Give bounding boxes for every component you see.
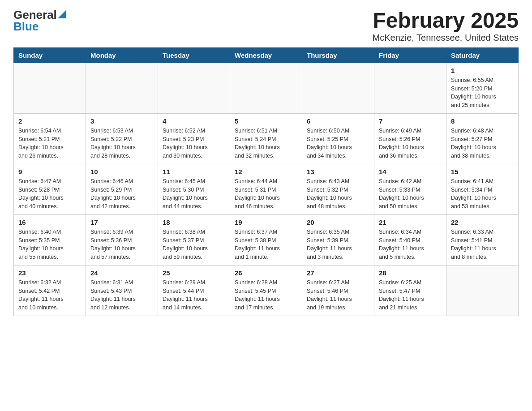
calendar-day: 27Sunrise: 6:27 AMSunset: 5:46 PMDayligh… (302, 265, 374, 316)
calendar-day (158, 63, 230, 113)
day-info: Sunrise: 6:47 AMSunset: 5:28 PMDaylight:… (18, 177, 81, 211)
day-number: 21 (379, 218, 442, 226)
calendar-day: 13Sunrise: 6:43 AMSunset: 5:32 PMDayligh… (302, 164, 374, 214)
day-info: Sunrise: 6:27 AMSunset: 5:46 PMDaylight:… (307, 278, 369, 312)
weekday-header-saturday: Saturday (446, 47, 519, 63)
weekday-header-friday: Friday (374, 47, 446, 63)
day-number: 17 (90, 218, 153, 226)
calendar-day: 20Sunrise: 6:35 AMSunset: 5:39 PMDayligh… (302, 214, 374, 265)
day-info: Sunrise: 6:25 AMSunset: 5:47 PMDaylight:… (379, 278, 442, 312)
day-info: Sunrise: 6:33 AMSunset: 5:41 PMDaylight:… (451, 228, 514, 261)
weekday-header-row: SundayMondayTuesdayWednesdayThursdayFrid… (14, 47, 519, 63)
day-number: 3 (90, 117, 153, 125)
day-number: 26 (235, 269, 297, 277)
calendar-day: 8Sunrise: 6:48 AMSunset: 5:27 PMDaylight… (446, 113, 519, 164)
day-number: 8 (451, 117, 514, 125)
calendar-day: 26Sunrise: 6:28 AMSunset: 5:45 PMDayligh… (230, 265, 302, 316)
calendar-day (302, 63, 374, 113)
logo-triangle-icon (58, 10, 66, 18)
day-info: Sunrise: 6:42 AMSunset: 5:33 PMDaylight:… (379, 177, 442, 211)
calendar-day: 23Sunrise: 6:32 AMSunset: 5:42 PMDayligh… (14, 265, 86, 316)
day-number: 20 (307, 218, 369, 226)
calendar-day: 2Sunrise: 6:54 AMSunset: 5:21 PMDaylight… (14, 113, 86, 164)
day-info: Sunrise: 6:55 AMSunset: 5:20 PMDaylight:… (451, 76, 514, 110)
calendar-day: 1Sunrise: 6:55 AMSunset: 5:20 PMDaylight… (446, 63, 519, 113)
calendar-day: 12Sunrise: 6:44 AMSunset: 5:31 PMDayligh… (230, 164, 302, 214)
day-info: Sunrise: 6:43 AMSunset: 5:32 PMDaylight:… (307, 177, 369, 211)
calendar-day: 24Sunrise: 6:31 AMSunset: 5:43 PMDayligh… (86, 265, 158, 316)
day-info: Sunrise: 6:49 AMSunset: 5:26 PMDaylight:… (379, 127, 442, 160)
calendar-day (446, 265, 519, 316)
day-number: 16 (18, 218, 81, 226)
calendar-day: 14Sunrise: 6:42 AMSunset: 5:33 PMDayligh… (374, 164, 446, 214)
weekday-header-monday: Monday (86, 47, 158, 63)
weekday-header-wednesday: Wednesday (230, 47, 302, 63)
day-number: 12 (235, 168, 297, 176)
calendar-day: 7Sunrise: 6:49 AMSunset: 5:26 PMDaylight… (374, 113, 446, 164)
day-number: 15 (451, 168, 514, 176)
calendar-day: 25Sunrise: 6:29 AMSunset: 5:44 PMDayligh… (158, 265, 230, 316)
calendar-day: 17Sunrise: 6:39 AMSunset: 5:36 PMDayligh… (86, 214, 158, 265)
day-info: Sunrise: 6:35 AMSunset: 5:39 PMDaylight:… (307, 228, 369, 261)
day-number: 10 (90, 168, 153, 176)
calendar-week-3: 9Sunrise: 6:47 AMSunset: 5:28 PMDaylight… (14, 164, 519, 214)
day-number: 11 (163, 168, 225, 176)
day-number: 1 (451, 67, 514, 74)
day-number: 23 (18, 269, 81, 277)
day-info: Sunrise: 6:32 AMSunset: 5:42 PMDaylight:… (18, 278, 81, 312)
weekday-header-thursday: Thursday (302, 47, 374, 63)
svg-marker-0 (58, 10, 66, 18)
calendar-day: 19Sunrise: 6:37 AMSunset: 5:38 PMDayligh… (230, 214, 302, 265)
day-info: Sunrise: 6:44 AMSunset: 5:31 PMDaylight:… (235, 177, 297, 211)
calendar-week-5: 23Sunrise: 6:32 AMSunset: 5:42 PMDayligh… (14, 265, 519, 316)
day-info: Sunrise: 6:51 AMSunset: 5:24 PMDaylight:… (235, 127, 297, 160)
day-info: Sunrise: 6:34 AMSunset: 5:40 PMDaylight:… (379, 228, 442, 261)
day-number: 28 (379, 269, 442, 277)
calendar-title: February 2025 (373, 9, 519, 33)
weekday-header-tuesday: Tuesday (158, 47, 230, 63)
logo-general: General (13, 9, 57, 21)
day-number: 2 (18, 117, 81, 125)
calendar-day: 22Sunrise: 6:33 AMSunset: 5:41 PMDayligh… (446, 214, 519, 265)
calendar-day: 28Sunrise: 6:25 AMSunset: 5:47 PMDayligh… (374, 265, 446, 316)
calendar-day (230, 63, 302, 113)
calendar-location: McKenzie, Tennessee, United States (373, 33, 519, 43)
day-number: 24 (90, 269, 153, 277)
calendar-day: 6Sunrise: 6:50 AMSunset: 5:25 PMDaylight… (302, 113, 374, 164)
day-info: Sunrise: 6:29 AMSunset: 5:44 PMDaylight:… (163, 278, 225, 312)
day-number: 6 (307, 117, 369, 125)
calendar-day (86, 63, 158, 113)
day-info: Sunrise: 6:31 AMSunset: 5:43 PMDaylight:… (90, 278, 153, 312)
calendar-day (14, 63, 86, 113)
weekday-header-sunday: Sunday (14, 47, 86, 63)
calendar-day: 9Sunrise: 6:47 AMSunset: 5:28 PMDaylight… (14, 164, 86, 214)
day-number: 19 (235, 218, 297, 226)
day-info: Sunrise: 6:28 AMSunset: 5:45 PMDaylight:… (235, 278, 297, 312)
calendar-day: 15Sunrise: 6:41 AMSunset: 5:34 PMDayligh… (446, 164, 519, 214)
day-info: Sunrise: 6:50 AMSunset: 5:25 PMDaylight:… (307, 127, 369, 160)
day-info: Sunrise: 6:46 AMSunset: 5:29 PMDaylight:… (90, 177, 153, 211)
calendar-table: SundayMondayTuesdayWednesdayThursdayFrid… (13, 47, 519, 316)
day-info: Sunrise: 6:41 AMSunset: 5:34 PMDaylight:… (451, 177, 514, 211)
day-number: 14 (379, 168, 442, 176)
calendar-day: 21Sunrise: 6:34 AMSunset: 5:40 PMDayligh… (374, 214, 446, 265)
day-number: 5 (235, 117, 297, 125)
day-number: 7 (379, 117, 442, 125)
page-header: General Blue February 2025 McKenzie, Ten… (13, 9, 519, 43)
calendar-day: 11Sunrise: 6:45 AMSunset: 5:30 PMDayligh… (158, 164, 230, 214)
calendar-header: SundayMondayTuesdayWednesdayThursdayFrid… (14, 47, 519, 63)
calendar-day: 18Sunrise: 6:38 AMSunset: 5:37 PMDayligh… (158, 214, 230, 265)
title-section: February 2025 McKenzie, Tennessee, Unite… (373, 9, 519, 43)
day-info: Sunrise: 6:39 AMSunset: 5:36 PMDaylight:… (90, 228, 153, 261)
day-number: 25 (163, 269, 225, 277)
day-info: Sunrise: 6:52 AMSunset: 5:23 PMDaylight:… (163, 127, 225, 160)
calendar-week-2: 2Sunrise: 6:54 AMSunset: 5:21 PMDaylight… (14, 113, 519, 164)
day-number: 18 (163, 218, 225, 226)
day-info: Sunrise: 6:38 AMSunset: 5:37 PMDaylight:… (163, 228, 225, 261)
calendar-day: 3Sunrise: 6:53 AMSunset: 5:22 PMDaylight… (86, 113, 158, 164)
day-info: Sunrise: 6:54 AMSunset: 5:21 PMDaylight:… (18, 127, 81, 160)
calendar-week-1: 1Sunrise: 6:55 AMSunset: 5:20 PMDaylight… (14, 63, 519, 113)
day-info: Sunrise: 6:53 AMSunset: 5:22 PMDaylight:… (90, 127, 153, 160)
day-number: 9 (18, 168, 81, 176)
day-number: 13 (307, 168, 369, 176)
